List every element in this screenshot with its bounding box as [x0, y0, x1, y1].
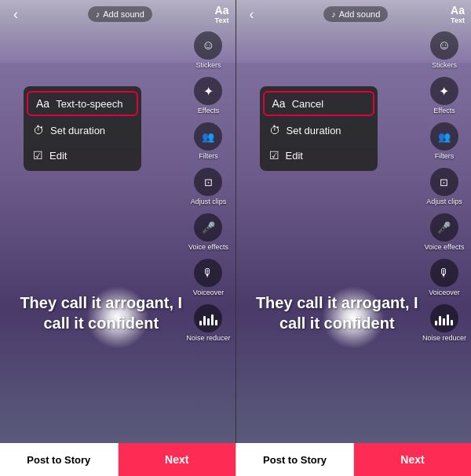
left-toolbar: ☺ Stickers ✦ Effects 👥 Filters ⊡ Adjust … — [184, 28, 232, 396]
left-toolbar-voice-effects[interactable]: 🎤 Voice effects — [187, 210, 230, 254]
right-context-menu: Aa Cancel ⏱ Set duration ☑ Edit — [260, 86, 378, 171]
filters-icon: 👥 — [194, 122, 222, 151]
left-voiceover-label: Voiceover — [193, 289, 225, 296]
left-overlay-text: They call it arrogant, I call it confide… — [6, 293, 196, 333]
right-toolbar-stickers[interactable]: ☺ Stickers — [429, 28, 460, 72]
right-noise-reducer-icon — [430, 304, 458, 332]
left-panel: ‹ ♪ Add sound Aa Text Aa Text-to-speech … — [0, 0, 236, 443]
right-edit-label: Edit — [286, 150, 303, 162]
left-stickers-label: Stickers — [195, 61, 221, 69]
right-toolbar-filters[interactable]: 👥 Filters — [429, 119, 460, 163]
right-adjust-label: Adjust clips — [426, 198, 462, 205]
right-toolbar-noise-reducer[interactable]: Noise reducer — [421, 301, 468, 345]
left-menu-text-to-speech[interactable]: Aa Text-to-speech — [27, 91, 138, 116]
right-voiceover-label: Voiceover — [429, 289, 460, 296]
left-toolbar-effects[interactable]: ✦ Effects — [192, 74, 224, 118]
left-header: ‹ ♪ Add sound Aa Text — [0, 0, 236, 28]
right-stickers-icon: ☺ — [430, 31, 458, 60]
left-duration-icon: ⏱ — [33, 124, 44, 136]
right-duration-label: Set duration — [287, 125, 341, 136]
adjust-clips-icon: ⊡ — [194, 168, 222, 196]
left-duration-label: Set duration — [50, 125, 105, 136]
stickers-icon: ☺ — [194, 31, 222, 60]
right-bottom-bar: Post to Story Next — [236, 443, 471, 476]
right-toolbar: ☺ Stickers ✦ Effects 👥 Filters ⊡ Adjust … — [421, 28, 468, 396]
right-music-icon: ♪ — [331, 9, 336, 19]
voiceover-icon: 🎙 — [194, 259, 222, 287]
left-noise-reducer-label: Noise reducer — [186, 334, 230, 342]
bottom-bars: Post to Story Next Post to Story Next — [0, 443, 471, 476]
left-toolbar-filters[interactable]: 👥 Filters — [192, 119, 224, 163]
left-context-menu: Aa Text-to-speech ⏱ Set duration ☑ Edit — [24, 86, 141, 171]
right-voice-effects-icon: 🎤 — [430, 213, 458, 242]
left-toolbar-noise-reducer[interactable]: Noise reducer — [184, 301, 232, 345]
right-header: ‹ ♪ Add sound Aa Text — [236, 0, 472, 28]
right-overlay-text: They call it arrogant, I call it confide… — [243, 293, 433, 333]
right-next-button[interactable]: Next — [354, 443, 471, 476]
right-voiceover-icon: 🎙 — [430, 259, 458, 287]
right-toolbar-voice-effects[interactable]: 🎤 Voice effects — [423, 210, 466, 254]
right-voice-effects-label: Voice effects — [425, 243, 465, 251]
left-add-sound-label: Add sound — [103, 9, 144, 19]
panels-container: ‹ ♪ Add sound Aa Text Aa Text-to-speech … — [0, 0, 471, 443]
left-text-label: Text — [215, 16, 229, 24]
right-toolbar-adjust[interactable]: ⊡ Adjust clips — [425, 165, 464, 209]
left-adjust-label: Adjust clips — [191, 198, 227, 205]
left-tts-icon: Aa — [36, 97, 49, 110]
left-voice-effects-label: Voice effects — [188, 243, 228, 251]
right-text-label: Text — [451, 16, 465, 24]
left-tts-label: Text-to-speech — [56, 98, 122, 110]
right-toolbar-voiceover[interactable]: 🎙 Voiceover — [427, 256, 462, 300]
right-aa-button[interactable]: Aa Text — [451, 4, 465, 24]
right-add-sound-label: Add sound — [339, 9, 381, 19]
left-toolbar-voiceover[interactable]: 🎙 Voiceover — [192, 256, 226, 300]
left-menu-set-duration[interactable]: ⏱ Set duration — [24, 118, 141, 143]
left-post-story-label: Post to Story — [27, 454, 90, 466]
right-back-button[interactable]: ‹ — [243, 5, 261, 24]
right-menu-edit[interactable]: ☑ Edit — [260, 143, 378, 168]
effects-icon: ✦ — [194, 77, 222, 105]
right-toolbar-effects[interactable]: ✦ Effects — [429, 74, 460, 118]
right-stickers-label: Stickers — [432, 61, 457, 69]
noise-reducer-icon — [194, 304, 222, 332]
right-noise-reducer-label: Noise reducer — [422, 334, 466, 342]
left-menu-edit[interactable]: ☑ Edit — [24, 143, 141, 168]
left-add-sound-button[interactable]: ♪ Add sound — [88, 6, 152, 22]
left-next-button[interactable]: Next — [119, 443, 236, 476]
right-filters-label: Filters — [435, 152, 455, 160]
right-cancel-label: Cancel — [292, 98, 323, 110]
right-edit-icon: ☑ — [269, 149, 279, 162]
left-effects-label: Effects — [198, 107, 219, 114]
right-menu-cancel[interactable]: Aa Cancel — [263, 91, 374, 116]
right-menu-set-duration[interactable]: ⏱ Set duration — [260, 118, 378, 143]
voice-effects-icon: 🎤 — [194, 213, 222, 242]
left-aa-label: Aa — [215, 4, 229, 16]
left-back-button[interactable]: ‹ — [6, 5, 25, 24]
right-cancel-icon: Aa — [272, 97, 286, 110]
left-edit-label: Edit — [49, 150, 67, 162]
left-aa-button[interactable]: Aa Text — [215, 4, 229, 24]
right-post-story-label: Post to Story — [263, 454, 327, 466]
right-next-label: Next — [400, 453, 424, 466]
right-adjust-clips-icon: ⊡ — [430, 168, 458, 196]
right-aa-label: Aa — [451, 4, 465, 16]
right-panel: ‹ ♪ Add sound Aa Text Aa Cancel ⏱ Set du… — [236, 0, 472, 443]
right-post-to-story-button[interactable]: Post to Story — [236, 443, 354, 476]
left-post-to-story-button[interactable]: Post to Story — [0, 443, 119, 476]
left-filters-label: Filters — [199, 152, 218, 160]
left-next-label: Next — [165, 453, 188, 466]
right-duration-icon: ⏱ — [269, 124, 280, 136]
left-toolbar-stickers[interactable]: ☺ Stickers — [192, 28, 224, 72]
music-icon: ♪ — [96, 9, 100, 19]
right-effects-label: Effects — [433, 107, 455, 114]
left-edit-icon: ☑ — [33, 149, 43, 162]
left-toolbar-adjust[interactable]: ⊡ Adjust clips — [189, 165, 228, 209]
left-bottom-bar: Post to Story Next — [0, 443, 236, 476]
right-effects-icon: ✦ — [430, 77, 458, 105]
right-add-sound-button[interactable]: ♪ Add sound — [323, 6, 388, 22]
right-filters-icon: 👥 — [430, 122, 458, 151]
